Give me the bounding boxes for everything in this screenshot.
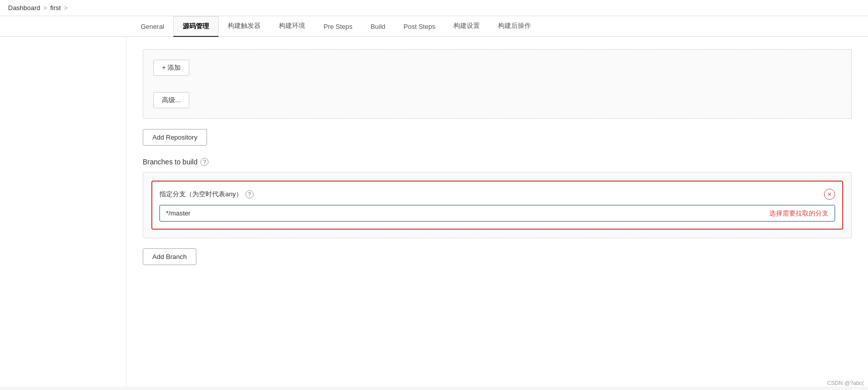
watermark: CSDN @?abc( bbox=[827, 380, 864, 386]
breadcrumb-dashboard[interactable]: Dashboard bbox=[8, 4, 40, 12]
branches-to-build-label: Branches to build bbox=[143, 158, 197, 166]
tab-bar: General 源码管理 构建触发器 构建环境 Pre Steps Build … bbox=[0, 16, 868, 37]
breadcrumb-sep-2: > bbox=[64, 4, 68, 12]
breadcrumb-sep-1: > bbox=[44, 4, 48, 12]
tab-pre-steps[interactable]: Pre Steps bbox=[314, 18, 361, 36]
branch-label-text: 指定分支（为空时代表any） bbox=[159, 190, 242, 199]
tab-source-management[interactable]: 源码管理 bbox=[173, 16, 219, 37]
branch-dashed-section: 指定分支（为空时代表any） ? × 选择需要拉取的分支 bbox=[143, 172, 852, 238]
tab-post-steps[interactable]: Post Steps bbox=[394, 18, 444, 36]
tab-build-env[interactable]: 构建环境 bbox=[270, 16, 314, 36]
branch-input-wrapper: 选择需要拉取的分支 bbox=[159, 205, 835, 222]
tab-build-settings[interactable]: 构建设置 bbox=[444, 16, 489, 36]
tab-post-build[interactable]: 构建后操作 bbox=[489, 16, 540, 36]
main-layout: + 添加 高级... Add Repository Branches to bu… bbox=[0, 37, 868, 386]
branches-help-icon[interactable]: ? bbox=[200, 158, 209, 166]
advanced-button[interactable]: 高级... bbox=[153, 92, 189, 108]
branch-row-close-button[interactable]: × bbox=[824, 189, 835, 200]
top-dashed-section: + 添加 高级... bbox=[143, 49, 852, 119]
tab-general[interactable]: General bbox=[132, 18, 173, 36]
sidebar bbox=[0, 37, 127, 386]
branches-to-build-section: Branches to build ? bbox=[143, 158, 852, 166]
branch-input-placeholder: 选择需要拉取的分支 bbox=[769, 209, 835, 218]
branch-row-header: 指定分支（为空时代表any） ? × bbox=[159, 189, 835, 200]
branch-row-label: 指定分支（为空时代表any） ? bbox=[159, 190, 254, 199]
add-branch-button[interactable]: Add Branch bbox=[143, 248, 196, 265]
tab-build[interactable]: Build bbox=[361, 18, 394, 36]
content-area: + 添加 高级... Add Repository Branches to bu… bbox=[127, 37, 868, 386]
branch-row-help-icon[interactable]: ? bbox=[245, 190, 254, 198]
branch-row: 指定分支（为空时代表any） ? × 选择需要拉取的分支 bbox=[151, 181, 843, 230]
branch-input[interactable] bbox=[160, 205, 769, 221]
add-repository-button[interactable]: Add Repository bbox=[143, 129, 207, 146]
add-button[interactable]: + 添加 bbox=[153, 60, 189, 76]
breadcrumb-first[interactable]: first bbox=[50, 4, 61, 12]
tab-build-trigger[interactable]: 构建触发器 bbox=[219, 16, 270, 36]
breadcrumb: Dashboard > first > bbox=[0, 0, 868, 16]
